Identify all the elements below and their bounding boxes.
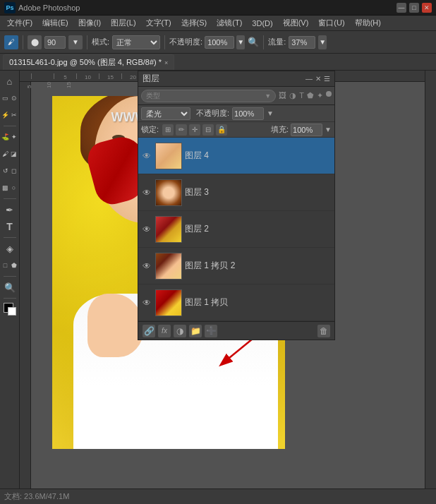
search-tool-btn[interactable]: 🔍 [248, 37, 259, 48]
path-select-tool[interactable]: ◈ [2, 241, 18, 256]
move-tool[interactable]: ⌂ [2, 73, 18, 89]
filter-icons: 🖼 ◑ T ⬟ ✦ [279, 91, 332, 100]
gradient-tool[interactable]: ▩ [1, 180, 9, 196]
opacity-input[interactable] [205, 36, 234, 49]
flow-input[interactable] [289, 36, 315, 49]
layer-4-visibility[interactable]: 👁 [141, 150, 152, 162]
quick-select-tool[interactable]: ⚡ [1, 107, 9, 123]
opacity-input[interactable] [232, 107, 264, 120]
layer-item-copy[interactable]: 👁 图层 1 拷贝 [138, 284, 334, 321]
filter-adjust-icon[interactable]: ◑ [289, 91, 296, 100]
status-bar: 文档: 23.6M/47.1M [0, 488, 436, 504]
menu-select[interactable]: 选择(S) [177, 16, 212, 30]
opacity-dropdown-arrow[interactable]: ▼ [267, 109, 274, 117]
layer-blend-mode-select[interactable]: 柔光 正常 正片叠底 滤色 [141, 107, 190, 120]
tools-separator2 [4, 198, 16, 199]
brush-tool-icon[interactable]: 🖌 [4, 35, 18, 49]
menu-text[interactable]: 文字(T) [142, 16, 176, 30]
zoom-tool[interactable]: 🔍 [2, 280, 18, 295]
new-layer-btn[interactable]: ➕ [205, 325, 217, 337]
opacity-arrow[interactable]: ▼ [236, 35, 245, 49]
menu-window[interactable]: 窗口(U) [314, 16, 349, 30]
delete-layer-btn[interactable]: 🗑 [317, 325, 330, 337]
window-controls[interactable]: — □ ✕ [396, 3, 432, 13]
stamp-tool[interactable]: ◪ [10, 146, 18, 162]
layer-2-visibility[interactable]: 👁 [141, 224, 152, 235]
rect-select-tool[interactable]: ▭ [1, 90, 9, 106]
layer-search-box[interactable]: 类型 ▼ [141, 90, 276, 102]
brush-tool[interactable]: 🖌 [1, 146, 9, 162]
brush-preset[interactable]: ⬤ [28, 35, 42, 49]
menu-edit[interactable]: 编辑(E) [38, 16, 73, 30]
tab-close-btn[interactable]: × [164, 59, 168, 66]
layers-list: 👁 图层 4 👁 图层 3 👁 图层 2 👁 图层 1 拷贝 2 [138, 138, 334, 321]
brush-options-btn[interactable]: ▼ [68, 35, 83, 49]
filter-text-icon[interactable]: T [299, 91, 304, 100]
lock-all-btn[interactable]: 🔒 [216, 124, 227, 136]
filter-pixel-icon[interactable]: 🖼 [279, 91, 286, 100]
filter-toggle-dot[interactable] [326, 91, 332, 97]
layer-item-2[interactable]: 👁 图层 2 [138, 211, 334, 248]
fill-input[interactable] [291, 124, 322, 136]
eraser-tool[interactable]: ◻ [10, 163, 18, 179]
shape-tool[interactable]: □ [1, 258, 9, 273]
layer-copy2-visibility[interactable]: 👁 [141, 260, 152, 272]
tools-separator5 [4, 298, 16, 299]
flow-arrow[interactable]: ▼ [318, 35, 327, 49]
maximize-button[interactable]: □ [409, 3, 419, 13]
crop-tool[interactable]: ✂ [10, 107, 18, 123]
layer-3-visibility[interactable]: 👁 [141, 187, 152, 198]
lock-transparent-btn[interactable]: ⊞ [162, 124, 174, 136]
menu-image[interactable]: 图像(I) [74, 16, 105, 30]
filter-shape-icon[interactable]: ⬟ [307, 91, 314, 100]
layer-copy-visibility[interactable]: 👁 [141, 297, 152, 308]
menu-file[interactable]: 文件(F) [3, 16, 37, 30]
menu-filter[interactable]: 滤镜(T) [212, 16, 246, 30]
panel-collapse-btn[interactable]: — [305, 75, 313, 83]
dodge-tool[interactable]: ○ [10, 180, 18, 196]
lock-pixels-btn[interactable]: ✏ [176, 124, 187, 136]
opacity-label: 不透明度: [169, 37, 202, 47]
blend-mode-select[interactable]: 正常 正片叠底 滤色 [112, 35, 160, 49]
menu-layer[interactable]: 图层(L) [107, 16, 140, 30]
custom-shape-tool[interactable]: ⬟ [10, 258, 18, 273]
fill-dropdown-arrow[interactable]: ▼ [325, 126, 332, 133]
layer-item-copy2[interactable]: 👁 图层 1 拷贝 2 [138, 248, 334, 284]
lasso-tool[interactable]: ⊙ [10, 90, 18, 106]
pen-tool[interactable]: ✒ [2, 202, 18, 217]
history-tool[interactable]: ↺ [1, 163, 9, 179]
eyedropper-tool[interactable]: ⛳ [1, 129, 9, 145]
filter-smart-icon[interactable]: ✦ [317, 91, 323, 100]
color-swatches[interactable] [2, 301, 18, 317]
brush-size-input[interactable] [44, 36, 66, 49]
search-dropdown-arrow[interactable]: ▼ [265, 92, 271, 100]
layer-4-thumbnail [155, 143, 182, 169]
add-mask-btn[interactable]: ◑ [174, 325, 186, 337]
background-color[interactable] [8, 307, 16, 316]
lock-position-btn[interactable]: ✛ [189, 124, 200, 136]
menu-help[interactable]: 帮助(H) [351, 16, 385, 30]
ruler-mark-15: 15 [99, 73, 121, 79]
menu-3d[interactable]: 3D(D) [248, 18, 277, 29]
fill-label: 填充: [271, 124, 289, 135]
lock-artboards-btn[interactable]: ⊟ [202, 124, 214, 136]
title-bar: Ps Adobe Photoshop — □ ✕ [0, 0, 436, 16]
layer-item-3[interactable]: 👁 图层 3 [138, 174, 334, 211]
layer-item-4[interactable]: 👁 图层 4 [138, 138, 334, 174]
tools-separator4 [4, 276, 16, 277]
tools-separator3 [4, 237, 16, 238]
fx-btn[interactable]: fx [158, 325, 171, 337]
heal-tool[interactable]: ✦ [10, 129, 18, 145]
menu-view[interactable]: 视图(V) [279, 16, 313, 30]
options-toolbar: 🖌 ⬤ ▼ 模式: 正常 正片叠底 滤色 不透明度: ▼ 🔍 流量: ▼ [0, 31, 436, 54]
panel-close-btn[interactable]: ✕ [315, 75, 321, 83]
new-group-btn[interactable]: 📁 [189, 325, 202, 337]
panel-menu-btn[interactable]: ☰ [324, 75, 330, 83]
link-layers-btn[interactable]: 🔗 [143, 325, 155, 337]
minimize-button[interactable]: — [396, 3, 406, 13]
document-tab[interactable]: 01315L461-0.jpg @ 50% (图层 4, RGB/8#) * × [3, 54, 174, 70]
close-button[interactable]: ✕ [422, 3, 432, 13]
right-scrollbar[interactable] [425, 71, 436, 488]
text-tool[interactable]: T [2, 219, 18, 234]
layer-2-name: 图层 2 [185, 223, 332, 235]
